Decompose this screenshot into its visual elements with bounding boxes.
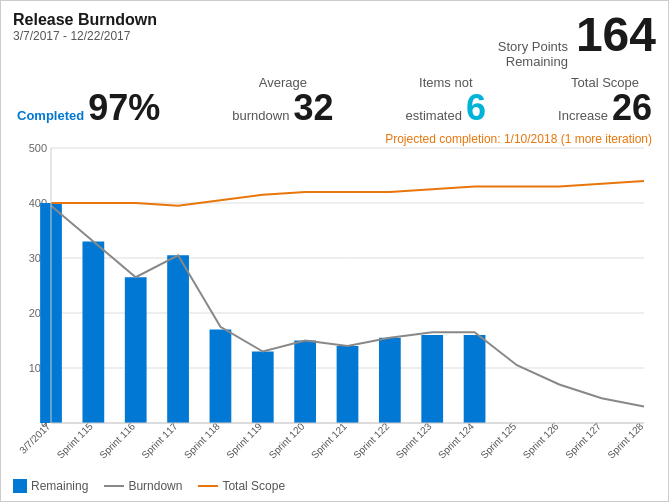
top-section: Release Burndown 3/7/2017 - 12/22/2017 S… <box>13 11 656 69</box>
items-value: 6 <box>466 90 486 126</box>
story-points-value: 164 <box>576 11 656 59</box>
avg-burndown-metric: Average burndown 32 <box>232 75 333 126</box>
total-scope-value: 26 <box>612 90 652 126</box>
chart-area: Projected completion: 1/10/2018 (1 more … <box>13 130 656 475</box>
completed-label: Completed <box>17 108 84 123</box>
total-scope-legend-label: Total Scope <box>222 479 285 493</box>
story-points-block: Story Points Remaining 164 <box>498 11 656 69</box>
date-range: 3/7/2017 - 12/22/2017 <box>13 29 157 43</box>
title-block: Release Burndown 3/7/2017 - 12/22/2017 <box>13 11 157 43</box>
completed-value: 97% <box>88 90 160 126</box>
metrics-row: Completed 97% Average burndown 32 Items … <box>13 75 656 126</box>
story-points-label2: Remaining <box>498 54 568 69</box>
remaining-label: Remaining <box>31 479 88 493</box>
main-container: Release Burndown 3/7/2017 - 12/22/2017 S… <box>0 0 669 502</box>
total-scope-label2: Increase <box>558 108 608 123</box>
completed-metric: Completed 97% <box>17 90 160 126</box>
burndown-chart <box>13 130 656 475</box>
burndown-label: Burndown <box>128 479 182 493</box>
legend-remaining: Remaining <box>13 479 88 493</box>
items-not-estimated-metric: Items not estimated 6 <box>406 75 486 126</box>
chart-title: Release Burndown <box>13 11 157 29</box>
burndown-line-icon <box>104 485 124 487</box>
remaining-icon <box>13 479 27 493</box>
avg-burndown-value: 32 <box>293 90 333 126</box>
scope-line-icon <box>198 485 218 487</box>
legend-burndown: Burndown <box>104 479 182 493</box>
avg-burndown-label2: burndown <box>232 108 289 123</box>
story-points-label1: Story Points <box>498 39 568 54</box>
items-label2: estimated <box>406 108 462 123</box>
legend: Remaining Burndown Total Scope <box>13 479 656 493</box>
legend-scope: Total Scope <box>198 479 285 493</box>
total-scope-metric: Total Scope Increase 26 <box>558 75 652 126</box>
